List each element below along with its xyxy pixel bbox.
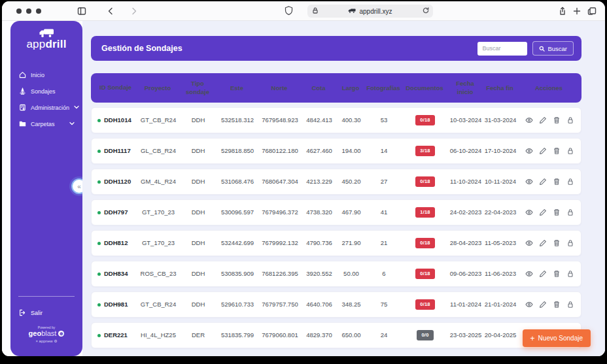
cell-tipo: DDH (179, 270, 217, 278)
forward-button[interactable] (129, 6, 139, 16)
sidebar-item-carpetas[interactable]: Carpetas (10, 117, 82, 131)
column-header: Fecha inicio (448, 80, 482, 96)
back-button[interactable] (105, 6, 116, 16)
cell-proyecto: GL_CB_R24 (137, 147, 179, 155)
search-input[interactable] (477, 42, 527, 56)
cell-proyecto: ROS_CB_23 (137, 270, 179, 278)
cell-cota: 3920.552 (302, 270, 336, 278)
search-button[interactable]: Buscar (532, 41, 574, 56)
column-header: Tipo sondaje (179, 80, 217, 96)
brand-blast-text: blast (41, 329, 56, 337)
cell-largo: 450.20 (336, 178, 366, 186)
status-dot-icon (97, 211, 101, 214)
lock-icon[interactable] (566, 147, 574, 155)
status-dot-icon (97, 303, 101, 306)
view-icon[interactable] (525, 147, 533, 155)
table-row[interactable]: DDH981 GT_CB_R24 DDH 529610.733 7679757.… (91, 291, 581, 318)
delete-icon[interactable] (553, 270, 561, 278)
new-tab-icon[interactable] (572, 6, 582, 16)
documents-badge: 0/18 (415, 176, 434, 186)
sidebar-toggle-icon[interactable] (77, 6, 87, 16)
cell-proyecto: GT_170_23 (137, 239, 179, 247)
lock-icon[interactable] (566, 208, 574, 216)
share-icon[interactable] (557, 6, 568, 16)
delete-icon[interactable] (553, 301, 561, 308)
edit-icon[interactable] (539, 301, 547, 308)
cell-cota: 4213.229 (302, 178, 336, 186)
cell-fecha-inicio: 23-03-2025 (449, 331, 483, 339)
lock-icon[interactable] (566, 270, 574, 278)
cell-cota: 4627.460 (302, 147, 336, 155)
table-row[interactable]: DDH1117 GL_CB_R24 DDH 529818.850 7680122… (91, 138, 581, 164)
logout-button[interactable]: Salir (10, 309, 82, 316)
cell-norte: 7679548.923 (258, 116, 302, 124)
cell-este: 531068.476 (217, 178, 258, 186)
lock-icon[interactable] (566, 239, 574, 247)
cell-fotografias: 75 (366, 301, 402, 308)
address-bar[interactable]: appdrill.xyz (307, 5, 433, 18)
delete-icon[interactable] (553, 239, 561, 247)
edit-icon[interactable] (539, 116, 547, 124)
view-icon[interactable] (525, 116, 533, 124)
page-title: Gestión de Sondajes (101, 44, 182, 53)
cell-fotografias: 21 (366, 239, 402, 247)
traffic-light-zoom-button[interactable] (36, 8, 41, 14)
column-header: ID Sondaje (91, 84, 137, 91)
delete-icon[interactable] (553, 208, 561, 216)
status-dot-icon (97, 150, 101, 153)
edit-icon[interactable] (539, 239, 547, 247)
documents-badge: 0/18 (415, 115, 434, 125)
view-icon[interactable] (525, 301, 533, 308)
edit-icon[interactable] (539, 147, 547, 155)
lock-icon[interactable] (566, 301, 574, 308)
view-icon[interactable] (525, 239, 533, 247)
documents-badge: 1/18 (415, 207, 434, 217)
table-row[interactable]: DDH812 GT_170_23 DDH 532442.699 7679992.… (91, 230, 581, 256)
delete-icon[interactable] (553, 147, 561, 155)
search-button-label: Buscar (547, 45, 567, 52)
table-row[interactable]: DDH834 ROS_CB_23 DDH 530835.909 7681226.… (91, 261, 581, 287)
row-actions (518, 239, 581, 247)
view-icon[interactable] (525, 208, 533, 216)
status-dot-icon (97, 180, 101, 184)
cell-fotografias: 27 (366, 178, 402, 186)
page-header: Gestión de Sondajes Buscar (91, 36, 581, 61)
sondajes-table: ID Sondaje Proyecto Tipo sondaje Este No… (91, 73, 581, 348)
cell-fecha-inicio: 09-06-2023 (449, 270, 483, 278)
documents-badge: 0/18 (415, 269, 434, 278)
sidebar-item-administracion[interactable]: Administración (10, 101, 82, 114)
traffic-light-close-button[interactable] (16, 8, 22, 14)
table-row[interactable]: DDH1014 GT_CB_R24 DDH 532518.312 7679548… (91, 107, 581, 133)
edit-icon[interactable] (539, 178, 547, 186)
documents-badge: 0/18 (415, 238, 434, 248)
table-row[interactable]: DDH1120 GM_4L_R24 DDH 531068.476 7680647… (91, 169, 581, 195)
cell-este: 531835.799 (217, 331, 258, 339)
cell-este: 530835.909 (217, 270, 258, 278)
edit-icon[interactable] (539, 208, 547, 216)
delete-icon[interactable] (553, 178, 561, 186)
view-icon[interactable] (525, 270, 533, 278)
table-row[interactable]: DDH797 GT_170_23 DDH 530096.597 7679496.… (91, 199, 581, 225)
sidebar-item-inicio[interactable]: Inicio (10, 68, 82, 82)
delete-icon[interactable] (553, 116, 561, 124)
cell-norte: 7681226.395 (258, 270, 302, 278)
cell-cota: 4738.320 (302, 208, 336, 216)
row-actions (518, 178, 581, 186)
logout-label: Salir (31, 310, 43, 316)
new-sondaje-button[interactable]: + Nuevo Sondaje (523, 329, 591, 347)
cell-cota: 4640.706 (302, 301, 336, 308)
url-text: appdrill.xyz (359, 8, 392, 15)
lock-icon[interactable] (566, 178, 574, 186)
traffic-light-minimize-button[interactable] (26, 8, 31, 14)
lock-icon[interactable] (566, 116, 574, 124)
tab-overview-icon[interactable] (587, 6, 597, 16)
reload-icon[interactable] (423, 7, 429, 15)
browser-toolbar: appdrill.xyz (2, 1, 605, 21)
view-icon[interactable] (525, 178, 533, 186)
edit-icon[interactable] (539, 270, 547, 278)
table-row[interactable]: DER221 HI_4L_HZ25 DER 531835.799 7679060… (91, 322, 581, 348)
sidebar-item-label: Carpetas (31, 121, 55, 127)
sidebar-item-sondajes[interactable]: Sondajes (10, 84, 82, 98)
cell-fecha-fin: 11-05-2023 (483, 239, 518, 247)
privacy-shield-icon[interactable] (285, 6, 293, 18)
